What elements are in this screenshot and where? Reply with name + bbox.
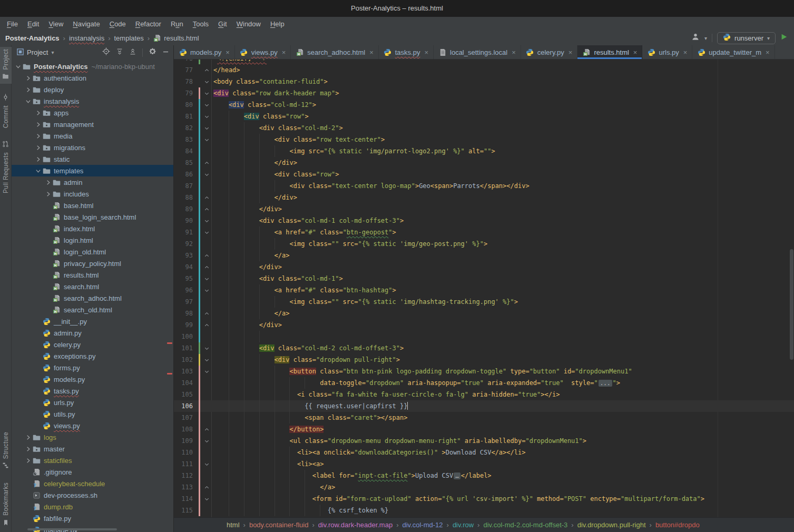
tree-item-base_login_search.html[interactable]: Hbase_login_search.html xyxy=(12,211,173,223)
tab-close-icon[interactable]: × xyxy=(568,48,573,56)
code-text[interactable]: </button> xyxy=(212,423,794,435)
chevron-right-icon[interactable] xyxy=(34,143,42,152)
element-breadcrumb-item[interactable]: div.col-md-2.col-md-offset-3 xyxy=(483,521,567,529)
menu-refactor[interactable]: Refactor xyxy=(131,18,166,29)
code-line-91[interactable]: 91<a href="#" class="btn-geopost"> xyxy=(174,226,794,238)
code-text[interactable]: <li><a onclick="downloadCategories()" >D… xyxy=(212,447,794,458)
vertical-scrollbar[interactable] xyxy=(790,249,793,360)
code-text[interactable]: <img src="{% static 'img/parrot-logo2.pn… xyxy=(212,145,794,157)
tree-item-search.html[interactable]: Hsearch.html xyxy=(12,281,173,292)
code-text[interactable]: <a href="#" class="btn-geopost"> xyxy=(212,226,794,238)
tree-item-dev-processes.sh[interactable]: dev-processes.sh xyxy=(12,489,173,501)
menu-navigate[interactable]: Navigate xyxy=(68,18,104,29)
tree-item-staticfiles[interactable]: staticfiles xyxy=(12,455,173,466)
tree-item-authentication[interactable]: authentication xyxy=(12,72,173,84)
code-text[interactable]: <img class="" src="{% static 'img/geo-po… xyxy=(212,238,794,250)
stripe-button-pull-requests[interactable]: Pull Requests xyxy=(0,138,12,195)
code-line-103[interactable]: 103<button class="btn btn-pink logo-padd… xyxy=(174,366,794,377)
code-text[interactable]: <div class="text-center logo-map">Geo<sp… xyxy=(212,180,794,192)
chevron-down-icon[interactable]: ▾ xyxy=(51,50,54,55)
chevron-down-icon[interactable] xyxy=(14,62,22,71)
code-text[interactable]: <div class="col-md-1 col-md-offset-3"> xyxy=(212,215,794,226)
code-text[interactable]: <div class="col-md-2"> xyxy=(212,122,794,134)
element-breadcrumb-item[interactable]: button#dropdo xyxy=(655,521,700,529)
code-text[interactable]: </head> xyxy=(212,64,794,76)
code-text[interactable] xyxy=(212,331,794,342)
code-line-83[interactable]: 83<div class="row text-center"> xyxy=(174,134,794,145)
code-text[interactable]: <span class="caret"></span> xyxy=(212,412,794,423)
code-text[interactable]: <div class="col-md-1"> xyxy=(212,273,794,284)
tab-close-icon[interactable]: × xyxy=(766,48,770,56)
code-line-85[interactable]: 85</div> xyxy=(174,157,794,169)
chevron-right-icon[interactable] xyxy=(34,155,42,163)
tree-item-search_old.html[interactable]: Hsearch_old.html xyxy=(12,304,173,316)
tab-update_twitter_m[interactable]: update_twitter_m× xyxy=(692,45,775,59)
breadcrumb-item[interactable]: Hresults.html xyxy=(153,34,199,42)
code-line-87[interactable]: 87<div class="text-center logo-map">Geo<… xyxy=(174,180,794,192)
code-line-113[interactable]: 113</a> xyxy=(174,481,794,493)
code-text[interactable]: <div class="row dark-header map"> xyxy=(212,87,794,99)
tree-item-celerybeat-schedule[interactable]: ?celerybeat-schedule xyxy=(12,478,173,489)
tab-celery.py[interactable]: celery.py× xyxy=(521,45,578,59)
code-editor[interactable]: 76<![endif] -->77</head>78<body class="c… xyxy=(174,60,794,517)
code-line-115[interactable]: 115{% csrf_token %} xyxy=(174,505,794,516)
code-line-111[interactable]: 111<li><a> xyxy=(174,458,794,470)
code-line-112[interactable]: 112<label for="inpt-cat-file">Upload CSV… xyxy=(174,470,794,481)
run-button[interactable] xyxy=(780,33,788,43)
chevron-right-icon[interactable] xyxy=(24,85,32,94)
tree-item-admin.py[interactable]: admin.py xyxy=(12,327,173,339)
fold-region-end-icon[interactable] xyxy=(201,203,212,215)
code-line-102[interactable]: 102<div class="dropdown pull-right"> xyxy=(174,354,794,366)
tree-item-master[interactable]: master xyxy=(12,443,173,455)
tab-close-icon[interactable]: × xyxy=(424,48,428,56)
fold-region-end-icon[interactable] xyxy=(201,261,212,273)
code-line-88[interactable]: 88</div> xyxy=(174,192,794,203)
fold-region-start-icon[interactable] xyxy=(201,76,212,87)
code-line-81[interactable]: 81<div class="row"> xyxy=(174,111,794,122)
gear-icon[interactable] xyxy=(149,47,156,57)
element-breadcrumb-item[interactable]: div.row xyxy=(453,521,474,529)
code-text[interactable]: {{ request.user|capfirst }} xyxy=(212,400,794,412)
code-line-84[interactable]: 84<img src="{% static 'img/parrot-logo2.… xyxy=(174,145,794,157)
tree-item-instanalysis[interactable]: instanalysis xyxy=(12,95,173,107)
code-text[interactable]: <i class="fa fa-white fa-user-circle-o f… xyxy=(212,389,794,400)
tree-item-__init__.py[interactable]: __init__.py xyxy=(12,316,173,327)
fold-region-start-icon[interactable] xyxy=(201,87,212,99)
tab-close-icon[interactable]: × xyxy=(683,48,688,56)
fold-region-start-icon[interactable] xyxy=(201,366,212,377)
tree-item-admin[interactable]: admin xyxy=(12,176,173,188)
tab-close-icon[interactable]: × xyxy=(633,48,638,56)
tree-item-management[interactable]: management xyxy=(12,119,173,130)
code-text[interactable]: <form id="form-cat-upload" action="{% ur… xyxy=(212,493,794,505)
code-line-104[interactable]: 104data-toggle="dropdown" aria-haspopup=… xyxy=(174,377,794,389)
code-text[interactable]: data-toggle="dropdown" aria-haspopup="tr… xyxy=(212,377,794,389)
code-line-80[interactable]: 80<div class="col-md-12"> xyxy=(174,99,794,111)
tree-item-login.html[interactable]: Hlogin.html xyxy=(12,234,173,246)
tab-models.py[interactable]: models.py× xyxy=(174,45,235,59)
fold-region-start-icon[interactable] xyxy=(201,354,212,366)
fold-region-start-icon[interactable] xyxy=(201,493,212,505)
code-line-100[interactable]: 100 xyxy=(174,331,794,342)
tree-item-views.py[interactable]: views.py xyxy=(12,420,173,431)
code-line-109[interactable]: 109<ul class="dropdown-menu dropdown-men… xyxy=(174,435,794,447)
code-text[interactable]: <div class="col-md-2 col-md-offset-3"> xyxy=(212,342,794,354)
stripe-button-bookmarks[interactable]: Bookmarks xyxy=(0,480,12,530)
tree-item-deploy[interactable]: deploy xyxy=(12,84,173,95)
chevron-right-icon[interactable] xyxy=(34,132,42,140)
menu-git[interactable]: Git xyxy=(213,18,232,29)
tree-item-search_adhoc.html[interactable]: Hsearch_adhoc.html xyxy=(12,292,173,304)
code-text[interactable]: </div> xyxy=(212,192,794,203)
menu-tools[interactable]: Tools xyxy=(188,18,213,29)
code-line-76[interactable]: 76<![endif] --> xyxy=(174,60,794,64)
fold-region-end-icon[interactable] xyxy=(201,157,212,169)
stripe-button-commit[interactable]: Commit xyxy=(0,91,12,130)
code-line-95[interactable]: 95<div class="col-md-1"> xyxy=(174,273,794,284)
chevron-right-icon[interactable] xyxy=(24,74,32,82)
code-line-82[interactable]: 82<div class="col-md-2"> xyxy=(174,122,794,134)
fold-region-start-icon[interactable] xyxy=(201,99,212,111)
code-text[interactable]: <label for="inpt-cat-file">Upload CSV…</… xyxy=(212,470,794,481)
tree-item-results.html[interactable]: Hresults.html xyxy=(12,269,173,281)
tree-item-migrations[interactable]: migrations xyxy=(12,142,173,153)
horizontal-scrollbar[interactable] xyxy=(27,528,117,530)
tree-item-forms.py[interactable]: forms.py xyxy=(12,362,173,373)
